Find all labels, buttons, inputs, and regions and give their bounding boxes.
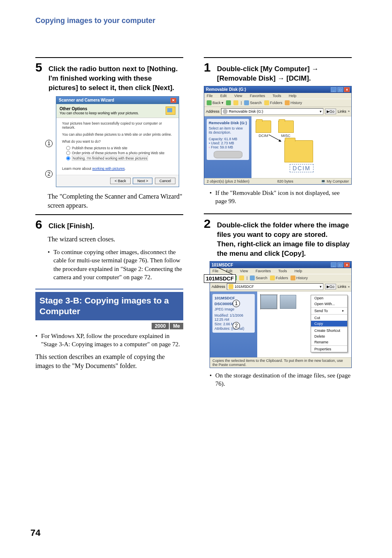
image-thumbnail[interactable]	[261, 295, 277, 309]
radio-order[interactable]: Order prints of these pictures from a ph…	[66, 151, 173, 155]
menu-tools[interactable]: Tools	[278, 269, 290, 273]
side-select-hint: Select an item to view its description.	[209, 126, 247, 134]
explorer-menubar: File Edit View Favorites Tools Help	[204, 93, 351, 99]
stage-note: •For Windows XP, follow the procedure ex…	[35, 332, 183, 349]
go-button[interactable]: ▶Go	[325, 109, 336, 114]
up-button[interactable]	[239, 276, 244, 280]
search-button[interactable]: Search	[250, 276, 267, 280]
ctx-cut[interactable]: Cut	[311, 315, 347, 321]
maximize-icon[interactable]: □	[337, 262, 343, 267]
step5-result: The "Completing the Scanner and Camera W…	[48, 192, 183, 210]
links-label[interactable]: Links	[338, 109, 346, 113]
minimize-icon[interactable]: _	[331, 262, 337, 267]
up-button[interactable]	[233, 100, 238, 105]
menu-file[interactable]: File	[207, 94, 216, 98]
arrow-icon: →	[277, 74, 284, 82]
callout-2: 2	[45, 170, 53, 178]
links-label[interactable]: Links	[338, 285, 346, 289]
wizard-titlebar: Scanner and Camera Wizard ✕	[56, 97, 179, 104]
side-folder-name: 101MSDCF	[214, 296, 253, 300]
radio-publish-label: Publish these pictures to a Web site	[72, 146, 127, 150]
right-column: 1 Double-click [My Computer] → [Removabl…	[204, 57, 352, 390]
close-icon[interactable]: ✕	[344, 87, 350, 92]
address-input[interactable]: Removable Disk (G:)▾	[221, 108, 323, 115]
image-thumbnail[interactable]	[280, 295, 296, 309]
context-menu: Open Open With... Send To Cut Copy Creat…	[311, 295, 348, 352]
step6-note: •To continue copying other images, disco…	[48, 248, 183, 281]
menu-view[interactable]: View	[240, 269, 251, 273]
step-5: 5 Click the radio button next to [Nothin…	[35, 61, 183, 93]
step-number: 6	[35, 218, 44, 231]
explorer-addressbar: Address 101MSDCF▾ ▶Go Links»	[210, 282, 351, 292]
explorer-main: DCIM MISC DCIM	[251, 116, 351, 178]
minimize-icon[interactable]: _	[331, 87, 337, 92]
menu-file[interactable]: File	[212, 269, 222, 273]
maximize-icon[interactable]: □	[337, 87, 343, 92]
ctx-open[interactable]: Open	[311, 295, 347, 301]
menu-tools[interactable]: Tools	[272, 94, 284, 98]
ctx-rename[interactable]: Rename	[311, 339, 347, 345]
explorer-title: Removable Disk (G:)	[206, 87, 246, 92]
address-input[interactable]: 101MSDCF▾	[227, 283, 323, 290]
go-button[interactable]: ▶Go	[325, 284, 336, 289]
explorer-title: 101MSDCF	[212, 263, 233, 267]
back-button[interactable]: < Back	[110, 178, 131, 184]
step-instruction: Click the radio button next to [Nothing.…	[48, 65, 183, 93]
menu-favorites[interactable]: Favorites	[256, 269, 274, 273]
wizard-question: What do you want to do?	[62, 139, 173, 144]
radio-publish[interactable]: Publish these pictures to a Web site	[66, 146, 173, 150]
menu-help[interactable]: Help	[295, 269, 306, 273]
back-button[interactable]: Back ▾	[207, 100, 224, 105]
menu-help[interactable]: Help	[289, 94, 300, 98]
next-button[interactable]: Next >	[133, 178, 152, 184]
step-instruction: Click [Finish].	[48, 222, 94, 231]
step1-part-c: [DCIM].	[284, 74, 311, 82]
menu-edit[interactable]: Edit	[220, 94, 230, 98]
history-button[interactable]: History	[285, 100, 302, 105]
search-button[interactable]: Search	[244, 100, 262, 105]
explorer-toolbar: Back ▾ | Search Folders History	[204, 99, 351, 107]
folder-name-callout: 101MSDCF	[204, 274, 236, 283]
wizard-link[interactable]: working with pictures	[92, 167, 125, 171]
used-label: Used:	[211, 141, 220, 145]
step1-bullet: If the "Removable Disk" icon is not disp…	[215, 189, 352, 206]
menu-favorites[interactable]: Favorites	[250, 94, 268, 98]
folders-button[interactable]: Folders	[270, 276, 288, 280]
cancel-button[interactable]: Cancel	[155, 178, 175, 184]
dcim-callout-label: DCIM	[290, 164, 314, 172]
wizard-banner-title: Other Options	[60, 107, 87, 111]
step6-bullet: To continue copying other images, discon…	[53, 248, 183, 281]
folders-button[interactable]: Folders	[264, 100, 282, 105]
step1-part-b: [Removable Disk]	[217, 74, 277, 82]
address-label: Address	[206, 109, 219, 113]
free-value: 59.0 MB	[220, 145, 233, 149]
callout-2: 2	[233, 322, 240, 329]
explorer-titlebar: Removable Disk (G:) _ □ ✕	[204, 86, 351, 93]
history-button[interactable]: History	[291, 276, 308, 280]
ctx-create-shortcut[interactable]: Create Shortcut	[311, 328, 347, 333]
ctx-open-with[interactable]: Open With...	[311, 301, 347, 307]
folder-misc[interactable]: MISC	[278, 120, 294, 138]
close-icon[interactable]: ✕	[344, 262, 350, 267]
wizard-figure: 1 2 Scanner and Camera Wizard ✕ Other Op…	[48, 96, 183, 188]
wizard-buttons: < Back Next > Cancel	[56, 175, 179, 187]
picture-icon	[166, 107, 175, 115]
radio-nothing[interactable]: Nothing. I'm finished working with these…	[66, 156, 173, 161]
removable-disk-window: Removable Disk (G:) _ □ ✕ File Edit View…	[204, 86, 352, 185]
close-icon[interactable]: ✕	[171, 98, 176, 103]
wizard-title-text: Scanner and Camera Wizard	[59, 98, 114, 102]
stage-heading: Stage 3-B: Copying images to a Computer	[35, 292, 183, 320]
explorer-main: Open Open With... Send To Cut Copy Creat…	[257, 292, 351, 357]
ctx-properties[interactable]: Properties	[311, 346, 347, 352]
ctx-copy[interactable]: Copy	[311, 321, 347, 326]
step-instruction: Double-click the folder where the image …	[217, 221, 352, 259]
ctx-delete[interactable]: Delete	[311, 333, 347, 339]
ctx-send-to[interactable]: Send To	[311, 308, 347, 314]
folder-dcim-large[interactable]	[284, 140, 313, 163]
menu-edit[interactable]: Edit	[226, 269, 236, 273]
radio-order-label: Order prints of these pictures from a ph…	[72, 151, 164, 155]
step-number: 5	[35, 61, 44, 74]
forward-button[interactable]	[226, 100, 231, 105]
menu-view[interactable]: View	[234, 94, 245, 98]
cap-label: Capacity:	[209, 137, 223, 141]
